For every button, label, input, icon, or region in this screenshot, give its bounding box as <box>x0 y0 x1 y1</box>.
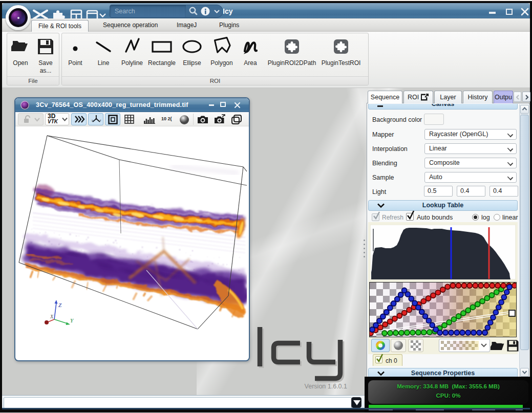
svg-text:X: X <box>50 314 54 319</box>
svg-text:Z: Z <box>58 302 62 308</box>
svg-text:Y: Y <box>70 317 74 323</box>
svg-text:z: z <box>100 119 101 122</box>
svg-text:x: x <box>96 114 97 117</box>
